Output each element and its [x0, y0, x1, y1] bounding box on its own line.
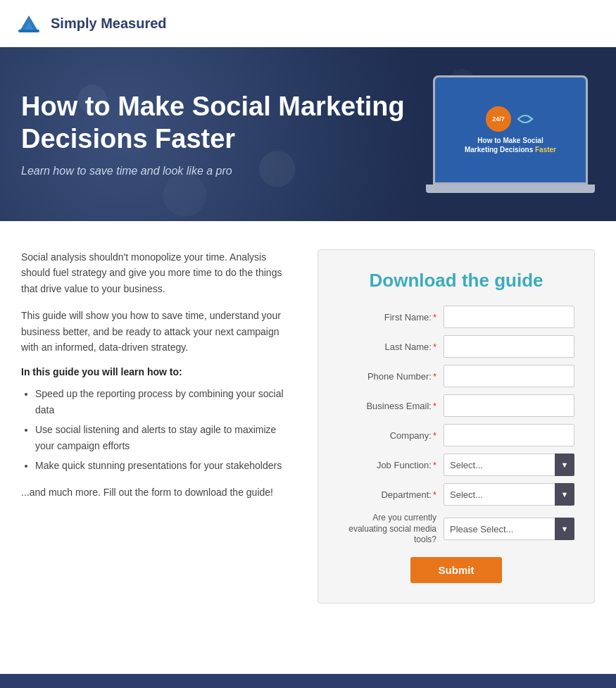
- bullet-item-3: Make quick stunning presentations for yo…: [35, 458, 296, 473]
- svg-rect-2: [18, 30, 39, 32]
- left-column: Social analysis shouldn't monopolize you…: [21, 249, 296, 501]
- laptop-screen: 24/7 How to Make SocialMarketing Decisio…: [435, 77, 586, 182]
- bullet-list: Speed up the reporting process by combin…: [21, 386, 296, 473]
- bullet-item-2: Use social listening and alerts to stay …: [35, 422, 296, 454]
- department-row: Department:* Select... ▼: [338, 483, 574, 506]
- company-row: Company:*: [338, 424, 574, 446]
- hero-text-block: How to Make Social Marketing Decisions F…: [21, 91, 408, 177]
- department-select[interactable]: Select...: [444, 483, 574, 506]
- last-name-input[interactable]: [444, 335, 574, 358]
- hero-title: How to Make Social Marketing Decisions F…: [21, 91, 408, 155]
- hero-section: How to Make Social Marketing Decisions F…: [0, 47, 616, 221]
- bullet-item-1: Speed up the reporting process by combin…: [35, 386, 296, 418]
- last-name-label: Last Name:*: [338, 342, 444, 352]
- site-footer: © Simply Measured | Privacy Policy: [0, 674, 616, 688]
- evaluating-select-wrapper: Please Select... ▼: [444, 518, 574, 540]
- first-name-label: First Name:*: [338, 312, 444, 323]
- body-paragraph-1: Social analysis shouldn't monopolize you…: [21, 249, 296, 296]
- email-input[interactable]: [444, 394, 574, 417]
- company-input[interactable]: [444, 424, 574, 446]
- laptop-mockup: 24/7 How to Make SocialMarketing Decisio…: [433, 75, 588, 184]
- clock-badge: 24/7: [486, 106, 511, 132]
- main-content: Social analysis shouldn't monopolize you…: [0, 221, 616, 632]
- job-function-row: Job Function:* Select... ▼: [338, 454, 574, 476]
- email-label: Business Email:*: [338, 401, 444, 411]
- email-row: Business Email:*: [338, 394, 574, 417]
- submit-button[interactable]: Submit: [410, 557, 503, 583]
- department-select-wrapper: Select... ▼: [444, 483, 574, 506]
- logo-icon: [14, 8, 44, 38]
- right-column: Download the guide First Name:* Last Nam…: [318, 249, 595, 603]
- site-header: Simply Measured: [0, 0, 616, 47]
- logo-container: Simply Measured: [14, 8, 167, 38]
- job-function-label: Job Function:*: [338, 460, 444, 470]
- logo-text: Simply Measured: [51, 15, 167, 32]
- phone-input[interactable]: [444, 365, 574, 387]
- evaluating-row: Are you currently evaluating social medi…: [338, 513, 574, 546]
- department-label: Department:*: [338, 489, 444, 500]
- evaluating-select[interactable]: Please Select...: [444, 518, 574, 540]
- form-section: Download the guide First Name:* Last Nam…: [318, 249, 595, 603]
- required-star: *: [433, 312, 436, 323]
- job-function-select-wrapper: Select... ▼: [444, 454, 574, 476]
- cta-text: ...and much more. Fill out the form to d…: [21, 484, 296, 500]
- laptop-screen-inner: 24/7 How to Make SocialMarketing Decisio…: [458, 99, 563, 161]
- evaluating-label: Are you currently evaluating social medi…: [338, 513, 444, 546]
- phone-label: Phone Number:*: [338, 371, 444, 382]
- phone-row: Phone Number:*: [338, 365, 574, 387]
- first-name-row: First Name:*: [338, 306, 574, 328]
- body-paragraph-2: This guide will show you how to save tim…: [21, 308, 296, 355]
- first-name-input[interactable]: [444, 306, 574, 328]
- laptop-screen-caption: How to Make SocialMarketing Decisions Fa…: [465, 136, 556, 154]
- company-label: Company:*: [338, 430, 444, 441]
- list-heading: In this guide you will learn how to:: [21, 366, 296, 377]
- hero-subtitle: Learn how to save time and look like a p…: [21, 165, 408, 177]
- submit-row: Submit: [338, 557, 574, 583]
- laptop-base: [426, 184, 595, 193]
- last-name-row: Last Name:*: [338, 335, 574, 358]
- job-function-select[interactable]: Select...: [444, 454, 574, 476]
- hero-image-block: 24/7 How to Make SocialMarketing Decisio…: [433, 75, 595, 193]
- arrow-icon: [515, 109, 535, 129]
- form-title: Download the guide: [338, 270, 574, 292]
